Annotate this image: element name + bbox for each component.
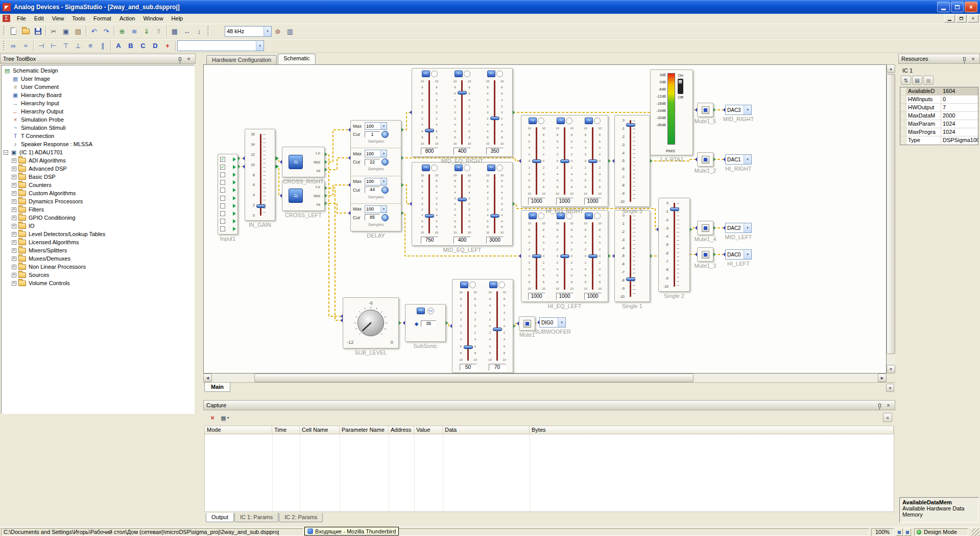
- filter-response-icon[interactable]: ~: [489, 282, 497, 288]
- delay-current-value[interactable]: 22: [365, 159, 380, 166]
- gain-slider[interactable]: [560, 125, 569, 197]
- scroll-left-icon[interactable]: ◀: [203, 374, 212, 382]
- style-c-button[interactable]: C: [137, 40, 149, 52]
- redo-icon[interactable]: ↷: [100, 26, 112, 37]
- download-icon[interactable]: ⇓: [140, 26, 153, 37]
- slider-handle[interactable]: [425, 214, 434, 218]
- spin-control-icon[interactable]: ↕: [381, 158, 389, 166]
- delay-block[interactable]: Max100▼Cur1↕SamplesMax100▼Cur22↕SamplesM…: [350, 120, 401, 231]
- toolbar-grip[interactable]: [207, 26, 209, 36]
- signal-wire[interactable]: [325, 185, 350, 196]
- band-bypass-icon[interactable]: [464, 165, 470, 171]
- gain-slider[interactable]: [425, 172, 434, 236]
- zoom-in-button[interactable]: [896, 528, 903, 536]
- mid_eq_right-block[interactable]: ~10864202468101086420246810800~108642024…: [412, 68, 513, 157]
- tree-item[interactable]: +Dynamics Processors: [2, 197, 194, 205]
- frequency-value[interactable]: 1000: [528, 198, 545, 205]
- filter-response-icon[interactable]: ~: [487, 165, 495, 171]
- sheet-tab-dropdown-icon[interactable]: ▼: [886, 384, 894, 392]
- delay-current-value[interactable]: 85: [365, 214, 380, 221]
- filter-response-icon[interactable]: ~: [460, 282, 468, 288]
- slider-handle[interactable]: [256, 204, 266, 208]
- dropdown-arrow-icon[interactable]: ▼: [744, 223, 751, 232]
- slider-handle[interactable]: [458, 91, 467, 95]
- align-left-icon[interactable]: ⊣: [35, 40, 47, 52]
- column-header-bytes[interactable]: Bytes: [530, 426, 894, 434]
- band-bypass-icon[interactable]: [538, 118, 544, 124]
- distribute-vertical-icon[interactable]: ∥: [97, 40, 109, 52]
- sub_eq-block[interactable]: ~1086420246810108642024681050~1086420246…: [452, 279, 513, 373]
- channel-checkbox[interactable]: [220, 219, 225, 224]
- minimize-button[interactable]: [937, 2, 950, 12]
- delay-max-select[interactable]: 100▼: [365, 150, 387, 157]
- hi_eq_left-block[interactable]: ~108642024681010864202468101000~10864202…: [521, 210, 608, 302]
- delay-max-select[interactable]: 100▼: [365, 205, 387, 213]
- column-chooser-icon[interactable]: ▦▼: [220, 413, 231, 423]
- expander-icon[interactable]: +: [12, 207, 16, 212]
- channel-checkbox[interactable]: [220, 172, 225, 177]
- undo-icon[interactable]: ↶: [88, 26, 100, 37]
- slider-handle[interactable]: [490, 116, 499, 120]
- tree-item[interactable]: +Filters: [2, 205, 194, 214]
- expander-icon[interactable]: +: [12, 281, 16, 286]
- band-bypass-icon[interactable]: [431, 165, 438, 171]
- dropdown-arrow-icon[interactable]: ▼: [380, 206, 387, 213]
- fit-height-icon[interactable]: ↕: [193, 26, 205, 37]
- cross_left-block[interactable]: ≈LoMidHi: [282, 180, 325, 211]
- column-header-address[interactable]: Address: [389, 426, 414, 434]
- dac2-block[interactable]: DAC2▼: [725, 223, 752, 233]
- tree-item[interactable]: →Hierarchy Input: [2, 99, 194, 107]
- property-row[interactable]: HWInputs0: [900, 96, 978, 104]
- frequency-value[interactable]: 400: [453, 148, 471, 155]
- dac3-block[interactable]: DAC3▼: [725, 105, 752, 115]
- mid_eq_left-block[interactable]: ~10864202468101086420246810750~108642024…: [412, 162, 513, 246]
- expander-icon[interactable]: +: [12, 248, 16, 253]
- dropdown-arrow-icon[interactable]: ▼: [558, 318, 565, 327]
- filter-response-icon[interactable]: ~: [487, 71, 495, 77]
- gain-slider[interactable]: [560, 220, 569, 292]
- slider-handle[interactable]: [532, 254, 541, 258]
- channel-checkbox[interactable]: [220, 196, 225, 201]
- expander-icon[interactable]: +: [12, 183, 16, 188]
- slider-handle[interactable]: [560, 254, 569, 258]
- expander-icon[interactable]: +: [12, 175, 16, 179]
- slider-handle[interactable]: [560, 159, 569, 163]
- property-row[interactable]: HWOutput7: [900, 104, 978, 112]
- fit-width-icon[interactable]: ↔: [181, 26, 193, 37]
- gain-slider[interactable]: [458, 78, 467, 147]
- slider-handle[interactable]: [670, 207, 679, 211]
- tree-item[interactable]: ←Hierarchy Output: [2, 107, 194, 115]
- menu-format[interactable]: Format: [89, 14, 115, 22]
- menu-view[interactable]: View: [48, 14, 68, 22]
- sort-alphabetical-icon[interactable]: ▤: [912, 76, 922, 85]
- filter-response-icon[interactable]: ~: [455, 165, 463, 171]
- filter-response-icon[interactable]: ~: [557, 118, 565, 124]
- band-bypass-icon[interactable]: [496, 165, 503, 171]
- tree-item[interactable]: +ADI Algorithms: [2, 156, 194, 165]
- unlink-channels-icon[interactable]: ≈: [19, 40, 32, 52]
- level-slider[interactable]: [626, 213, 635, 299]
- hi_eq_right-block[interactable]: ~108642024681010864202468101000~10864202…: [521, 115, 608, 207]
- level-knob[interactable]: -6 -12 0: [343, 299, 398, 346]
- delay-current-value[interactable]: 1: [365, 131, 380, 138]
- frequency-value[interactable]: 400: [453, 237, 471, 244]
- gain-slider[interactable]: [532, 125, 541, 197]
- sort-categorized-icon[interactable]: ⇅: [901, 76, 911, 85]
- dropdown-arrow-icon[interactable]: ▼: [256, 41, 264, 51]
- cut-icon[interactable]: ✂: [47, 26, 60, 37]
- slider-handle[interactable]: [490, 214, 499, 218]
- expander-icon[interactable]: +: [12, 199, 16, 204]
- gain-slider[interactable]: [493, 289, 502, 363]
- tree-item[interactable]: +Mixers/Splitters: [2, 246, 194, 254]
- menu-edit[interactable]: Edit: [30, 14, 48, 22]
- output-channel-select[interactable]: DAC1▼: [725, 154, 752, 165]
- column-header-parameter-name[interactable]: Parameter Name: [340, 426, 389, 434]
- filter-response-icon[interactable]: ~: [455, 71, 463, 77]
- band-bypass-icon[interactable]: [594, 118, 601, 124]
- mute-toggle[interactable]: [523, 320, 531, 328]
- tree-root-1[interactable]: −▣(IC 1) ADAU1701: [2, 148, 194, 156]
- column-header-value[interactable]: Value: [414, 426, 443, 434]
- dac0-block[interactable]: DAC0▼: [725, 249, 752, 260]
- tree-item[interactable]: ▦User Image: [2, 75, 194, 83]
- expander-icon[interactable]: +: [12, 224, 16, 228]
